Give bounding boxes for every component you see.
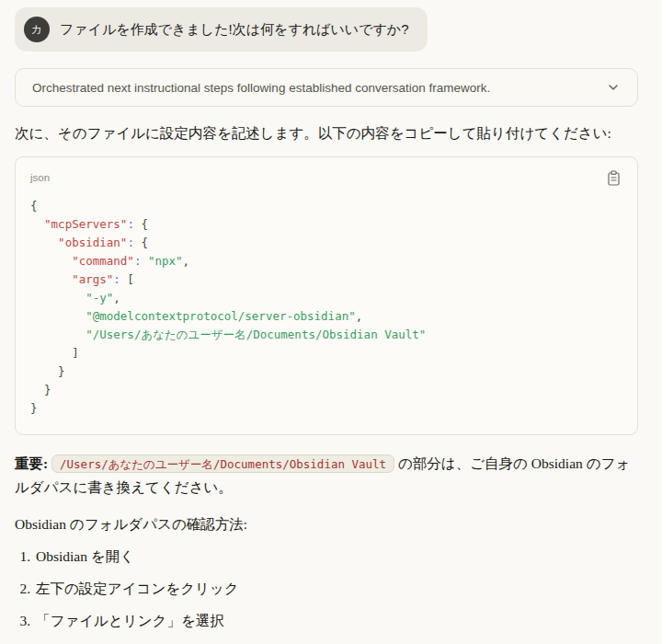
- code-line: "obsidian": {: [30, 234, 622, 252]
- code-line: "@modelcontextprotocol/server-obsidian",: [30, 307, 622, 326]
- code-line: "mcpServers": {: [30, 215, 622, 234]
- user-avatar: カ: [24, 17, 50, 42]
- chevron-down-icon: [606, 80, 621, 95]
- code-line: "command": "npx",: [30, 252, 622, 270]
- important-label: 重要:: [15, 455, 48, 471]
- code-block: json { "mcpServers": { "obsidian": { "co…: [15, 156, 638, 435]
- code-line: }: [30, 399, 622, 418]
- code-line: "-y",: [30, 289, 622, 307]
- code-line: "args": [: [30, 270, 622, 289]
- assistant-intro-text: 次に、そのファイルに設定内容を記述します。以下の内容をコピーして貼り付けてくださ…: [15, 122, 638, 145]
- code-content: { "mcpServers": { "obsidian": { "command…: [16, 190, 637, 434]
- list-item: 「ファイルとリンク」を選択: [34, 612, 638, 631]
- steps-list: Obsidian を開く左下の設定アイコンをクリック「ファイルとリンク」を選択一…: [15, 547, 638, 644]
- inline-code-path: /Users/あなたのユーザー名/Documents/Obsidian Vaul…: [51, 454, 394, 473]
- code-line: {: [30, 197, 622, 215]
- copy-code-button[interactable]: [605, 168, 622, 188]
- list-item: 左下の設定アイコンをクリック: [34, 580, 638, 599]
- user-message-text: ファイルを作成できました!次は何をすればいいですか?: [60, 21, 409, 39]
- user-message: カ ファイルを作成できました!次は何をすればいいですか?: [15, 7, 428, 52]
- important-note: 重要: /Users/あなたのユーザー名/Documents/Obsidian …: [15, 452, 638, 500]
- method-heading: Obsidian のフォルダパスの確認方法:: [15, 515, 638, 535]
- list-item: Obsidian を開く: [34, 547, 638, 567]
- code-line: }: [30, 381, 622, 399]
- chat-transcript: カ ファイルを作成できました!次は何をすればいいですか? Orchestrate…: [0, 0, 662, 644]
- code-line: "/Users/あなたのユーザー名/Documents/Obsidian Vau…: [30, 326, 622, 344]
- code-language-label: json: [30, 172, 50, 183]
- thinking-toggle[interactable]: Orchestrated next instructional steps fo…: [15, 68, 638, 107]
- thinking-summary-label: Orchestrated next instructional steps fo…: [32, 81, 490, 95]
- clipboard-icon: [607, 170, 621, 186]
- code-line: ]: [30, 344, 622, 362]
- code-line: }: [30, 362, 622, 381]
- code-block-header: json: [16, 157, 637, 190]
